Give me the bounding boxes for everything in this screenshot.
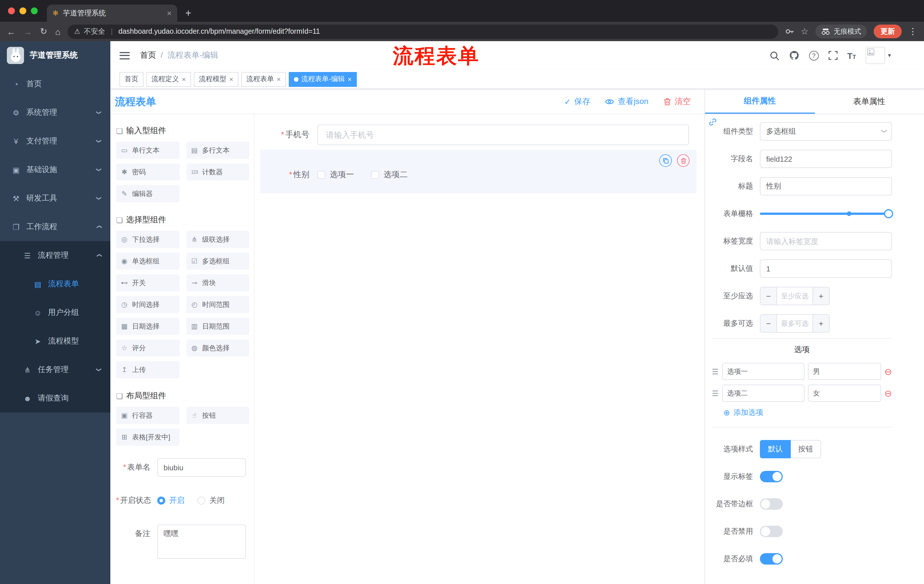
forward-icon[interactable]: → [23,26,32,36]
palette-item-checkbox-group[interactable]: ☑多选框组 [186,253,249,270]
font-size-icon[interactable]: TT [847,51,856,60]
palette-item-rate[interactable]: ☆评分 [116,339,179,357]
palette-item-cascader[interactable]: ⋔级联选择 [186,231,249,248]
tag-process-form-edit[interactable]: 流程表单-编辑× [289,72,357,87]
plus-icon[interactable]: + [813,315,829,332]
browser-tab[interactable]: ✻ 芋道管理系统 × [47,5,177,22]
sidebar-item-user-group[interactable]: ☺ 用户分组 [0,298,111,327]
palette-item-date-picker[interactable]: ▦日期选择 [116,318,179,335]
tag-process-definition[interactable]: 流程定义× [146,72,191,87]
option-value-input[interactable] [808,363,881,380]
sidebar-item-leave-query[interactable]: ☻ 请假查询 [0,384,111,413]
palette-item-editor[interactable]: ✎编辑器 [116,185,179,202]
option-value-input[interactable] [808,385,881,402]
palette-item-single-line-text[interactable]: ▭单行文本 [116,142,179,159]
palette-item-time-picker[interactable]: ◷时间选择 [116,296,179,313]
tab-close-icon[interactable]: × [167,8,172,18]
password-key-icon[interactable] [785,27,794,36]
hamburger-icon[interactable] [119,52,130,59]
browser-menu-icon[interactable]: ⋮ [909,26,917,36]
palette-item-date-range[interactable]: ▥日期范围 [186,318,249,335]
sidebar-item-process-form[interactable]: ▤ 流程表单 [0,270,111,298]
status-off-radio[interactable]: 关闭 [197,495,225,506]
palette-item-upload[interactable]: ↥上传 [116,361,179,378]
sidebar-item-home[interactable]: ◔ 首页 [0,70,111,98]
tag-close-icon[interactable]: × [229,75,233,83]
palette-item-time-range[interactable]: ◴时间范围 [186,296,249,313]
style-default-button[interactable]: 默认 [760,440,791,458]
toggle-border[interactable] [760,498,783,510]
plus-icon[interactable]: + [813,288,829,304]
zoom-window-button[interactable] [31,7,38,14]
status-on-radio[interactable]: 开启 [157,495,185,506]
home-icon[interactable]: ⌂ [55,26,60,36]
add-option-button[interactable]: ⊕ 添加选项 [723,408,892,418]
form-remark-input[interactable]: 嘿嘿 [157,525,246,559]
minus-icon[interactable]: − [761,288,777,304]
option-label-input[interactable] [722,363,804,380]
grid-slider[interactable] [760,204,892,223]
tag-process-model[interactable]: 流程模型× [194,72,238,87]
default-value-input[interactable] [760,260,892,278]
phone-field[interactable]: *手机号 [260,125,696,145]
reload-icon[interactable]: ↻ [40,26,47,36]
style-button-button[interactable]: 按钮 [791,440,821,458]
remove-option-icon[interactable]: ⊖ [884,388,892,398]
palette-item-counter[interactable]: 123计数器 [186,163,249,181]
palette-item-color-picker[interactable]: ◍颜色选择 [186,339,249,357]
sidebar-item-infrastructure[interactable]: ▣ 基础设施 ❯ [0,155,111,184]
tag-close-icon[interactable]: × [182,75,186,83]
clear-button[interactable]: 清空 [663,96,691,107]
toggle-required[interactable] [760,553,783,564]
search-icon[interactable] [770,51,779,60]
remove-option-icon[interactable]: ⊖ [884,366,892,377]
selected-gender-field[interactable]: *性别 选项一 选项二 [260,150,696,193]
copy-component-button[interactable] [659,154,672,167]
option-label-input[interactable] [722,385,804,402]
palette-item-table[interactable]: ⊞表格[开发中] [116,429,179,446]
palette-item-row-container[interactable]: ▣行容器 [116,407,179,424]
sidebar-item-process-model[interactable]: ➤ 流程模型 [0,327,111,355]
gender-option-1-checkbox[interactable]: 选项一 [317,170,354,180]
fullscreen-icon[interactable] [828,51,838,60]
title-input[interactable] [760,177,892,196]
palette-item-button[interactable]: ☝按钮 [186,407,249,424]
user-avatar[interactable]: ▼ [866,47,892,64]
breadcrumb-home[interactable]: 首页 [140,50,156,61]
toggle-show-label[interactable] [760,471,783,482]
palette-item-switch[interactable]: ⊷开关 [116,274,179,291]
slider-handle[interactable] [884,209,893,218]
drag-handle-icon[interactable]: ☰ [712,367,718,376]
minus-icon[interactable]: − [761,315,777,332]
max-select-input[interactable] [777,315,813,332]
label-width-input[interactable] [760,232,892,250]
tab-component-props[interactable]: 组件属性 [705,89,815,114]
phone-input[interactable] [317,125,689,145]
address-bar[interactable]: ⚠ 不安全 | dashboard.yudao.iocoder.cn/bpm/m… [67,24,778,39]
drag-handle-icon[interactable]: ☰ [712,389,718,397]
github-icon[interactable] [789,50,799,61]
field-name-input[interactable] [760,150,892,168]
save-button[interactable]: ✓ 保存 [564,96,590,107]
new-tab-button[interactable]: + [177,7,199,22]
palette-item-radio-group[interactable]: ◉单选框组 [116,253,179,270]
form-name-input[interactable] [157,458,246,477]
gender-option-2-checkbox[interactable]: 选项二 [371,170,408,180]
sidebar-item-process-management[interactable]: ☰ 流程管理 ❯ [0,241,111,270]
bookmark-star-icon[interactable]: ☆ [801,26,808,36]
tag-home[interactable]: 首页 [119,72,144,87]
palette-item-slider[interactable]: ⊸滑块 [186,274,249,291]
app-logo[interactable]: 芋道管理系统 [0,41,111,70]
sidebar-item-task-management[interactable]: ⋔ 任务管理 ❯ [0,355,111,384]
palette-item-password[interactable]: ✱密码 [116,163,179,181]
update-button[interactable]: 更新 [874,25,902,38]
sidebar-item-devtools[interactable]: ⚒ 研发工具 ❯ [0,184,111,212]
tag-close-icon[interactable]: × [277,75,281,83]
palette-item-select[interactable]: ◎下拉选择 [116,231,179,248]
back-icon[interactable]: ← [7,26,15,36]
close-window-button[interactable] [8,7,15,14]
tag-close-icon[interactable]: × [348,75,351,83]
tab-form-props[interactable]: 表单属性 [815,89,924,114]
view-json-button[interactable]: 查看json [605,96,648,107]
delete-component-button[interactable] [677,154,690,167]
